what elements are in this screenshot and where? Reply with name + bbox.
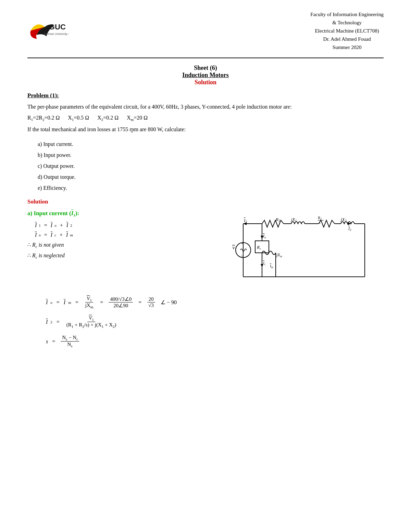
part-a-text: a) Input current ( bbox=[27, 210, 71, 216]
part-a-heading: a) Input current (I1): bbox=[27, 210, 202, 217]
part-b-label: b) Input power. bbox=[38, 150, 384, 161]
sheet-title: Induction Motors bbox=[27, 72, 384, 79]
svg-text:GUC: GUC bbox=[49, 23, 66, 31]
problem-description: The per-phase parameters of the equivale… bbox=[27, 102, 384, 111]
professor: Dr. Adel Ahmed Fouad bbox=[310, 35, 384, 43]
problem-parts-list: a) Input current. b) Input power. c) Out… bbox=[38, 139, 384, 194]
eq-s: s = Ns − Nr Ns bbox=[38, 335, 384, 348]
svg-text:V1: V1 bbox=[232, 245, 237, 251]
problem-condition: If the total mechanical and iron losses … bbox=[27, 125, 384, 134]
part-e-label: e) Efficiency. bbox=[38, 183, 384, 194]
page: GUC German University in Cairo Faculty o… bbox=[0, 0, 411, 532]
eq-note2: ∴ Rc is neglected bbox=[27, 252, 202, 259]
solution-heading: Solution bbox=[27, 198, 384, 205]
faculty-line2: & Technology bbox=[310, 18, 384, 27]
eq-I1: I1 = Io + I2 bbox=[27, 222, 202, 228]
semester: Summer 2020 bbox=[310, 43, 384, 51]
guc-logo: GUC German University in Cairo bbox=[27, 17, 68, 45]
part-a-equations: a) Input current (I1): I1 = Io + I2 Io =… bbox=[27, 210, 202, 289]
circuit-diagram: I1 R1 jX1 R2 s bbox=[223, 213, 370, 289]
svg-text:German University in Cairo: German University in Cairo bbox=[44, 32, 68, 36]
part-d-label: d) Output torque. bbox=[38, 172, 384, 183]
eq-note1: ∴ Rc is not given bbox=[27, 242, 202, 249]
svg-text:I2: I2 bbox=[348, 226, 351, 232]
svg-text:Rc: Rc bbox=[257, 245, 261, 250]
part-a-container: a) Input current (I1): I1 = Io + I2 Io =… bbox=[27, 210, 384, 289]
course-line: Electrical Machine (ELCT708) bbox=[310, 27, 384, 35]
circuit-diagram-area: I1 R1 jX1 R2 s bbox=[209, 210, 384, 289]
svg-text:+: + bbox=[241, 241, 244, 246]
svg-text:jXm: jXm bbox=[276, 252, 282, 258]
eq-Io: Io = Ic + Im bbox=[27, 232, 202, 238]
header-divider bbox=[27, 58, 384, 58]
svg-text:-: - bbox=[241, 253, 243, 258]
sheet-subtitle: Solution bbox=[27, 79, 384, 86]
part-a-label: a) Input current. bbox=[38, 139, 384, 150]
problem-params: R1=2R2=0.2 Ω X1=0.5 Ω X2=0.2 Ω Xm=20 Ω bbox=[27, 113, 384, 123]
header: GUC German University in Cairo Faculty o… bbox=[27, 10, 384, 51]
eq-I2: I2 = V1 (R1 + R2/s) + j(X1 + X2) bbox=[38, 315, 384, 329]
svg-text:Im: Im bbox=[270, 264, 273, 269]
svg-text:Ic: Ic bbox=[263, 261, 266, 266]
svg-text:Io: Io bbox=[263, 234, 266, 239]
part-c-label: c) Output power. bbox=[38, 161, 384, 172]
title-area: Sheet (6) Induction Motors Solution bbox=[27, 64, 384, 86]
part-a-paren: ): bbox=[75, 210, 79, 216]
faculty-line1: Faculty of Information Engineering bbox=[310, 10, 384, 18]
header-info: Faculty of Information Engineering & Tec… bbox=[310, 10, 384, 51]
sheet-number: Sheet (6) bbox=[27, 64, 384, 72]
svg-text:I1: I1 bbox=[244, 218, 247, 224]
logo-area: GUC German University in Cairo bbox=[27, 17, 68, 45]
problem-heading: Problem (1): bbox=[27, 92, 384, 99]
eq-big-Io: Io = Im = V1 jXm = 400/√3∠0 20∠90 = 20 √… bbox=[38, 296, 384, 309]
